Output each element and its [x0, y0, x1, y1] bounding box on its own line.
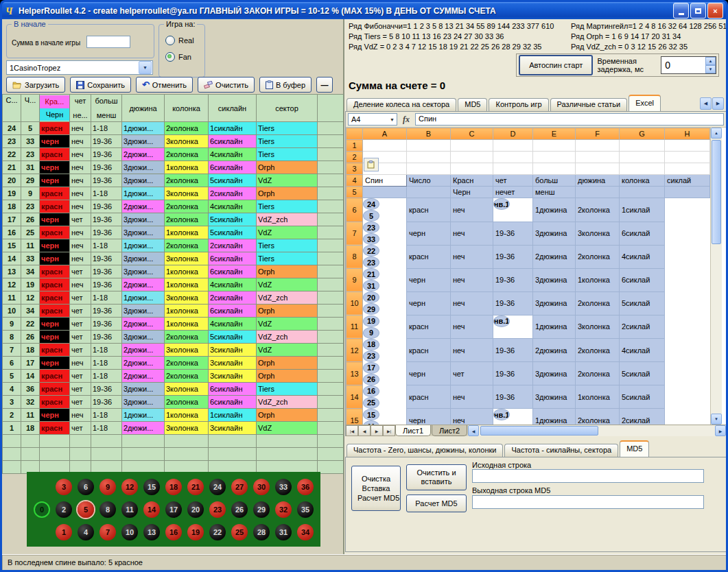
- history-row[interactable]: 1112краснчет1-181дюжи...3колонка2сиклайн…: [3, 291, 344, 305]
- excel-cell-D10[interactable]: неч: [451, 291, 493, 315]
- tab-md5[interactable]: MD5: [620, 440, 649, 457]
- roulette-number-20[interactable]: 20: [187, 501, 204, 518]
- excel-column-header-F[interactable]: F: [576, 128, 620, 140]
- excel-cell-B4[interactable]: Число: [407, 175, 451, 187]
- excel-cell-B12[interactable]: 23: [363, 350, 379, 362]
- tab-частота-zero-шансы-дюжины-колонки[interactable]: Частота - Zero, шансы, дюжины, колонки: [347, 444, 503, 457]
- vscroll-track[interactable]: [711, 139, 722, 414]
- excel-cell-E6[interactable]: янв.18: [493, 198, 510, 210]
- casino-dropdown[interactable]: 1CasinoTropez ▼: [6, 60, 153, 75]
- roulette-number-2[interactable]: 2: [56, 501, 72, 518]
- excel-cell-C4[interactable]: Красн: [451, 175, 493, 187]
- excel-cell-H9[interactable]: 6сиклай: [620, 268, 665, 291]
- excel-cell-F15[interactable]: 1дюжина: [533, 409, 576, 425]
- excel-cell-A4[interactable]: Спин: [363, 175, 407, 187]
- roulette-number-28[interactable]: 28: [253, 524, 270, 540]
- history-row[interactable]: 2131черннеч19-363дюжи...1колонка6сиклайн…: [3, 161, 344, 174]
- excel-cell-C6[interactable]: красн: [407, 198, 451, 222]
- history-row[interactable]: 1823красннеч19-362дюжи...2колонка4сиклай…: [3, 200, 344, 213]
- roulette-number-15[interactable]: 15: [143, 479, 160, 495]
- history-row[interactable]: 617черннеч1-182дюжи...2колонка3сиклайнOr…: [3, 357, 344, 370]
- excel-cell-D13[interactable]: чет: [451, 362, 493, 385]
- excel-cell-B7[interactable]: 33: [363, 233, 379, 245]
- excel-cell-E14[interactable]: 19-36: [493, 385, 533, 409]
- md5-clear-insert-button[interactable]: Очистить и вставить: [406, 464, 467, 490]
- maximize-button[interactable]: [690, 3, 706, 19]
- excel-cell-F14[interactable]: 3дюжина: [533, 385, 576, 409]
- excel-cell-G14[interactable]: 1колонка: [576, 385, 620, 409]
- roulette-number-24[interactable]: 24: [209, 479, 226, 495]
- tab-scroll-left-icon[interactable]: ◀: [700, 97, 712, 110]
- roulette-number-12[interactable]: 12: [121, 479, 138, 495]
- excel-cell-G5[interactable]: [620, 187, 665, 198]
- excel-cell-B15[interactable]: 11: [363, 420, 379, 425]
- excel-cell-D15[interactable]: неч: [451, 409, 493, 425]
- roulette-number-10[interactable]: 10: [121, 524, 138, 540]
- excel-cell-F4[interactable]: дюжина: [576, 175, 620, 187]
- roulette-number-27[interactable]: 27: [231, 479, 248, 495]
- excel-cell-A15[interactable]: 15: [363, 409, 379, 420]
- excel-row-header-2[interactable]: 2: [347, 152, 363, 163]
- tab-частота-сиклайны-сектора[interactable]: Частота - сиклайны, сектора: [504, 444, 618, 457]
- tab-excel[interactable]: Excel: [629, 95, 661, 111]
- excel-cell-B5[interactable]: [407, 187, 451, 198]
- excel-cell-F13[interactable]: 3дюжина: [533, 362, 576, 385]
- excel-cell-D2[interactable]: [493, 152, 533, 163]
- excel-row-header-7[interactable]: 7: [347, 222, 363, 245]
- history-row[interactable]: 1511черннеч1-181дюжи...2колонка2сиклайнT…: [3, 239, 344, 252]
- excel-cell-C12[interactable]: красн: [407, 339, 451, 362]
- excel-cell-D9[interactable]: неч: [451, 268, 493, 291]
- roulette-number-35[interactable]: 35: [297, 501, 314, 518]
- excel-cell-H8[interactable]: 4сиклай: [620, 245, 665, 268]
- excel-cell-D1[interactable]: [493, 140, 533, 152]
- excel-cell-F2[interactable]: [576, 152, 620, 163]
- excel-column-header-A[interactable]: A: [363, 128, 407, 140]
- formula-bar[interactable]: Спин: [415, 113, 724, 126]
- excel-cell-F5[interactable]: [576, 187, 620, 198]
- history-row[interactable]: 1334краснчет19-363дюжи...1колонка6сиклай…: [3, 265, 344, 278]
- excel-row-header-5[interactable]: 5: [347, 187, 363, 198]
- history-row[interactable]: 1034краснчет19-363дюжи...1колонка6сиклай…: [3, 305, 344, 318]
- excel-cell-G1[interactable]: [620, 140, 665, 152]
- excel-cell-E10[interactable]: 19-36: [493, 291, 533, 315]
- roulette-number-17[interactable]: 17: [165, 501, 182, 518]
- tab-деление-колеса-на-сектора[interactable]: Деление колеса на сектора: [347, 98, 456, 111]
- excel-row-header-11[interactable]: 11: [347, 315, 363, 339]
- md5-result-input[interactable]: [472, 495, 704, 509]
- namebox-arrow-icon[interactable]: ▼: [388, 117, 397, 122]
- excel-cell-G7[interactable]: 3колонка: [576, 222, 620, 245]
- excel-row-header-12[interactable]: 12: [347, 339, 363, 362]
- md5-calc-button[interactable]: Расчет MD5: [406, 494, 467, 512]
- excel-cell-F6[interactable]: 1дюжина: [533, 198, 576, 222]
- excel-cell-C9[interactable]: черн: [407, 268, 451, 291]
- excel-column-header-E[interactable]: E: [533, 128, 576, 140]
- excel-cell-C11[interactable]: красн: [407, 315, 451, 339]
- excel-cell-H1[interactable]: [665, 140, 710, 152]
- excel-cell-B8[interactable]: 23: [363, 257, 379, 268]
- history-row[interactable]: 2029черннеч19-363дюжи...2колонка5сиклайн…: [3, 174, 344, 187]
- excel-cell-D11[interactable]: неч: [451, 315, 493, 339]
- excel-cell-B9[interactable]: 31: [363, 280, 379, 291]
- excel-cell-G13[interactable]: 2колонка: [576, 362, 620, 385]
- excel-cell-F9[interactable]: 3дюжина: [533, 268, 576, 291]
- excel-cell-G8[interactable]: 2колонка: [576, 245, 620, 268]
- excel-cell-B3[interactable]: [407, 163, 451, 175]
- history-row[interactable]: 436краснчет19-363дюжи...3колонка6сиклайн…: [3, 383, 344, 396]
- excel-cell-G6[interactable]: 2колонка: [576, 198, 620, 222]
- roulette-number-29[interactable]: 29: [253, 501, 270, 518]
- excel-cell-D14[interactable]: неч: [451, 385, 493, 409]
- vscroll-thumb[interactable]: [712, 140, 721, 244]
- radio-fan[interactable]: Fan: [165, 52, 191, 62]
- start-sum-input[interactable]: [86, 36, 130, 48]
- history-row[interactable]: 2223красннеч19-362дюжи...2колонка4сиклай…: [3, 148, 344, 161]
- history-row[interactable]: 1625красннеч19-363дюжи...1колонка5сиклай…: [3, 226, 344, 239]
- roulette-number-21[interactable]: 21: [187, 479, 204, 495]
- excel-cell-A6[interactable]: 24: [363, 198, 379, 210]
- excel-cell-D12[interactable]: неч: [451, 339, 493, 362]
- roulette-number-33[interactable]: 33: [275, 479, 292, 495]
- excel-row-header-13[interactable]: 13: [347, 362, 363, 385]
- excel-cell-A13[interactable]: 17: [363, 362, 379, 374]
- excel-cell-B10[interactable]: 29: [363, 303, 379, 315]
- excel-cell-D6[interactable]: неч: [451, 198, 493, 222]
- excel-cell-A14[interactable]: 16: [363, 385, 379, 397]
